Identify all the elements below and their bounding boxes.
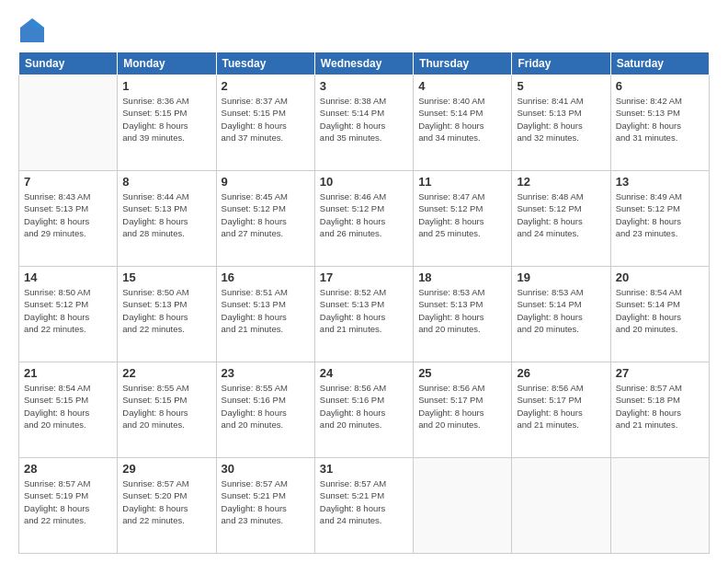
- day-cell: 23Sunrise: 8:55 AM Sunset: 5:16 PM Dayli…: [216, 362, 314, 458]
- day-cell: 22Sunrise: 8:55 AM Sunset: 5:15 PM Dayli…: [118, 362, 216, 458]
- day-info: Sunrise: 8:56 AM Sunset: 5:17 PM Dayligh…: [418, 382, 506, 431]
- day-info: Sunrise: 8:47 AM Sunset: 5:12 PM Dayligh…: [418, 190, 506, 239]
- day-info: Sunrise: 8:40 AM Sunset: 5:14 PM Dayligh…: [418, 95, 506, 144]
- day-cell: 28Sunrise: 8:57 AM Sunset: 5:19 PM Dayli…: [19, 458, 118, 554]
- day-cell: 29Sunrise: 8:57 AM Sunset: 5:20 PM Dayli…: [118, 458, 216, 554]
- day-cell: 11Sunrise: 8:47 AM Sunset: 5:12 PM Dayli…: [414, 171, 512, 267]
- header-cell-sunday: Sunday: [19, 52, 118, 75]
- day-number: 3: [320, 79, 408, 93]
- day-cell: 13Sunrise: 8:49 AM Sunset: 5:12 PM Dayli…: [610, 171, 709, 267]
- day-number: 27: [616, 366, 704, 380]
- day-number: 24: [320, 366, 408, 380]
- day-cell: 5Sunrise: 8:41 AM Sunset: 5:13 PM Daylig…: [512, 75, 610, 171]
- day-info: Sunrise: 8:54 AM Sunset: 5:14 PM Dayligh…: [616, 286, 704, 335]
- logo: [18, 17, 50, 44]
- header-cell-friday: Friday: [512, 52, 610, 75]
- day-number: 20: [616, 270, 704, 284]
- day-cell: [512, 458, 610, 554]
- calendar-table: SundayMondayTuesdayWednesdayThursdayFrid…: [18, 52, 710, 554]
- header-row: SundayMondayTuesdayWednesdayThursdayFrid…: [19, 52, 710, 75]
- day-info: Sunrise: 8:56 AM Sunset: 5:16 PM Dayligh…: [320, 382, 408, 431]
- day-number: 21: [24, 366, 112, 380]
- day-number: 13: [616, 175, 704, 189]
- day-info: Sunrise: 8:51 AM Sunset: 5:13 PM Dayligh…: [222, 286, 310, 335]
- day-info: Sunrise: 8:57 AM Sunset: 5:18 PM Dayligh…: [616, 382, 704, 431]
- day-number: 5: [517, 79, 605, 93]
- day-info: Sunrise: 8:56 AM Sunset: 5:17 PM Dayligh…: [517, 382, 605, 431]
- day-number: 4: [418, 79, 506, 93]
- day-number: 18: [418, 270, 506, 284]
- header: [18, 17, 710, 44]
- day-number: 2: [222, 79, 310, 93]
- day-cell: 7Sunrise: 8:43 AM Sunset: 5:13 PM Daylig…: [19, 171, 118, 267]
- day-number: 16: [222, 270, 310, 284]
- day-info: Sunrise: 8:36 AM Sunset: 5:15 PM Dayligh…: [122, 95, 210, 144]
- day-number: 10: [320, 175, 408, 189]
- day-cell: 9Sunrise: 8:45 AM Sunset: 5:12 PM Daylig…: [216, 171, 314, 267]
- day-number: 14: [24, 270, 112, 284]
- week-row-4: 21Sunrise: 8:54 AM Sunset: 5:15 PM Dayli…: [19, 362, 710, 458]
- day-cell: [414, 458, 512, 554]
- day-cell: 10Sunrise: 8:46 AM Sunset: 5:12 PM Dayli…: [314, 171, 413, 267]
- day-info: Sunrise: 8:55 AM Sunset: 5:15 PM Dayligh…: [122, 382, 210, 431]
- day-cell: 2Sunrise: 8:37 AM Sunset: 5:15 PM Daylig…: [216, 75, 314, 171]
- day-cell: 15Sunrise: 8:50 AM Sunset: 5:13 PM Dayli…: [118, 267, 216, 362]
- day-info: Sunrise: 8:42 AM Sunset: 5:13 PM Dayligh…: [616, 95, 704, 144]
- day-cell: 14Sunrise: 8:50 AM Sunset: 5:12 PM Dayli…: [19, 267, 118, 362]
- day-cell: 18Sunrise: 8:53 AM Sunset: 5:13 PM Dayli…: [414, 267, 512, 362]
- day-number: 29: [122, 462, 210, 476]
- day-number: 30: [222, 462, 310, 476]
- day-number: 11: [418, 175, 506, 189]
- day-cell: 21Sunrise: 8:54 AM Sunset: 5:15 PM Dayli…: [19, 362, 118, 458]
- day-info: Sunrise: 8:54 AM Sunset: 5:15 PM Dayligh…: [24, 382, 112, 431]
- day-info: Sunrise: 8:45 AM Sunset: 5:12 PM Dayligh…: [222, 190, 310, 239]
- day-info: Sunrise: 8:57 AM Sunset: 5:21 PM Dayligh…: [222, 477, 310, 526]
- day-number: 9: [222, 175, 310, 189]
- day-cell: 3Sunrise: 8:38 AM Sunset: 5:14 PM Daylig…: [314, 75, 413, 171]
- day-cell: [610, 458, 709, 554]
- header-cell-thursday: Thursday: [414, 52, 512, 75]
- page: SundayMondayTuesdayWednesdayThursdayFrid…: [0, 0, 728, 563]
- day-cell: 30Sunrise: 8:57 AM Sunset: 5:21 PM Dayli…: [216, 458, 314, 554]
- day-cell: [19, 75, 118, 171]
- day-number: 19: [517, 270, 605, 284]
- day-number: 25: [418, 366, 506, 380]
- day-cell: 17Sunrise: 8:52 AM Sunset: 5:13 PM Dayli…: [314, 267, 413, 362]
- day-info: Sunrise: 8:57 AM Sunset: 5:19 PM Dayligh…: [24, 477, 112, 526]
- calendar-header: SundayMondayTuesdayWednesdayThursdayFrid…: [19, 52, 710, 75]
- day-cell: 12Sunrise: 8:48 AM Sunset: 5:12 PM Dayli…: [512, 171, 610, 267]
- logo-icon: [18, 17, 46, 44]
- day-number: 17: [320, 270, 408, 284]
- header-cell-monday: Monday: [118, 52, 216, 75]
- day-info: Sunrise: 8:52 AM Sunset: 5:13 PM Dayligh…: [320, 286, 408, 335]
- day-cell: 8Sunrise: 8:44 AM Sunset: 5:13 PM Daylig…: [118, 171, 216, 267]
- day-number: 31: [320, 462, 408, 476]
- day-cell: 19Sunrise: 8:53 AM Sunset: 5:14 PM Dayli…: [512, 267, 610, 362]
- day-cell: 16Sunrise: 8:51 AM Sunset: 5:13 PM Dayli…: [216, 267, 314, 362]
- day-info: Sunrise: 8:43 AM Sunset: 5:13 PM Dayligh…: [24, 190, 112, 239]
- day-number: 22: [122, 366, 210, 380]
- day-number: 23: [222, 366, 310, 380]
- day-cell: 31Sunrise: 8:57 AM Sunset: 5:21 PM Dayli…: [314, 458, 413, 554]
- day-info: Sunrise: 8:50 AM Sunset: 5:12 PM Dayligh…: [24, 286, 112, 335]
- day-cell: 26Sunrise: 8:56 AM Sunset: 5:17 PM Dayli…: [512, 362, 610, 458]
- day-number: 7: [24, 175, 112, 189]
- day-info: Sunrise: 8:46 AM Sunset: 5:12 PM Dayligh…: [320, 190, 408, 239]
- day-number: 28: [24, 462, 112, 476]
- day-info: Sunrise: 8:57 AM Sunset: 5:20 PM Dayligh…: [122, 477, 210, 526]
- header-cell-tuesday: Tuesday: [216, 52, 314, 75]
- day-info: Sunrise: 8:38 AM Sunset: 5:14 PM Dayligh…: [320, 95, 408, 144]
- day-info: Sunrise: 8:50 AM Sunset: 5:13 PM Dayligh…: [122, 286, 210, 335]
- day-cell: 24Sunrise: 8:56 AM Sunset: 5:16 PM Dayli…: [314, 362, 413, 458]
- week-row-2: 7Sunrise: 8:43 AM Sunset: 5:13 PM Daylig…: [19, 171, 710, 267]
- day-info: Sunrise: 8:49 AM Sunset: 5:12 PM Dayligh…: [616, 190, 704, 239]
- day-info: Sunrise: 8:57 AM Sunset: 5:21 PM Dayligh…: [320, 477, 408, 526]
- day-number: 1: [122, 79, 210, 93]
- day-cell: 27Sunrise: 8:57 AM Sunset: 5:18 PM Dayli…: [610, 362, 709, 458]
- week-row-5: 28Sunrise: 8:57 AM Sunset: 5:19 PM Dayli…: [19, 458, 710, 554]
- day-cell: 20Sunrise: 8:54 AM Sunset: 5:14 PM Dayli…: [610, 267, 709, 362]
- day-info: Sunrise: 8:37 AM Sunset: 5:15 PM Dayligh…: [222, 95, 310, 144]
- day-info: Sunrise: 8:44 AM Sunset: 5:13 PM Dayligh…: [122, 190, 210, 239]
- header-cell-wednesday: Wednesday: [314, 52, 413, 75]
- header-cell-saturday: Saturday: [610, 52, 709, 75]
